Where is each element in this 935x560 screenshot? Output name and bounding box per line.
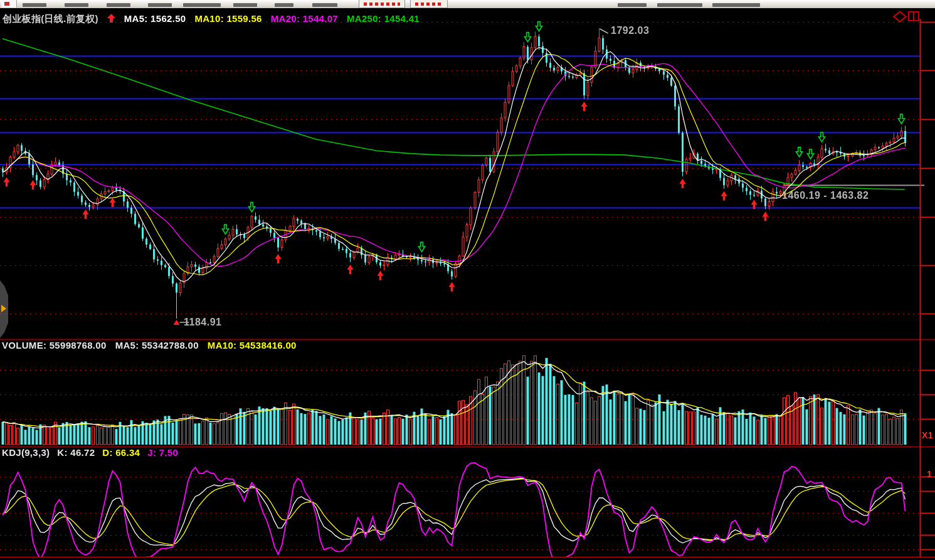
chart-canvas[interactable] — [0, 8, 935, 560]
menu-item-fragment[interactable] — [107, 3, 130, 7]
gap-range-label: 1460.19 - 1463.82 — [782, 190, 869, 201]
kdj-k-label: K: 46.72 — [57, 447, 95, 458]
menu-item-fragment[interactable] — [183, 3, 221, 7]
ma250-value-label: MA250: 1454.41 — [347, 13, 420, 24]
toolbar-button-2[interactable] — [410, 0, 448, 8]
menu-item-fragment[interactable] — [233, 3, 257, 7]
toolbar-button-1[interactable] — [359, 0, 405, 8]
split-window-icon[interactable] — [908, 11, 919, 21]
volume-ma10-label: MA10: 54538416.00 — [208, 340, 297, 351]
menu-item-fragment[interactable] — [312, 3, 337, 7]
chart-title: 创业板指(日线.前复权) — [3, 13, 98, 25]
menu-item-fragment[interactable] — [712, 3, 760, 7]
chart-area: 创业板指(日线.前复权) MA5: 1562.50 MA10: 1559.56 … — [0, 8, 935, 560]
menu-item-fragment[interactable] — [275, 3, 293, 7]
menu-item-fragment[interactable] — [148, 3, 172, 7]
up-arrow-icon — [107, 14, 115, 24]
high-price-label: 1792.03 — [611, 25, 649, 36]
ma20-value-label: MA20: 1544.07 — [271, 13, 338, 24]
volume-pane-header: VOLUME: 55998768.00 MA5: 55342788.00 MA1… — [2, 340, 297, 351]
trading-app-window: 创业板指(日线.前复权) MA5: 1562.50 MA10: 1559.56 … — [0, 0, 935, 560]
kdj-j-label: J: 7.50 — [147, 447, 178, 458]
kdj-d-label: D: 66.34 — [102, 447, 140, 458]
kdj-scale-label: 1 — [927, 469, 932, 479]
volume-ma5-label: MA5: 55342788.00 — [115, 340, 199, 351]
main-chart-header: 创业板指(日线.前复权) MA5: 1562.50 MA10: 1559.56 … — [3, 13, 420, 25]
menu-item-fragment[interactable] — [618, 3, 647, 7]
low-price-label: 1184.91 — [184, 317, 221, 328]
menu-bar — [0, 0, 935, 9]
menu-item-fragment[interactable] — [657, 3, 702, 7]
volume-value-label: VOLUME: 55998768.00 — [2, 340, 107, 351]
expand-arrow-icon — [1, 305, 6, 312]
menu-item-fragment[interactable] — [23, 3, 46, 7]
volume-scale-label: X1 — [922, 430, 933, 440]
kdj-params-label: KDJ(9,3,3) — [2, 447, 50, 458]
kdj-pane-header: KDJ(9,3,3) K: 46.72 D: 66.34 J: 7.50 — [2, 447, 178, 458]
app-icon — [1, 0, 17, 8]
ma10-value-label: MA10: 1559.56 — [194, 13, 261, 24]
menu-item-fragment[interactable] — [65, 3, 88, 7]
diamond-icon[interactable] — [893, 11, 907, 23]
ma5-value-label: MA5: 1562.50 — [124, 13, 186, 24]
